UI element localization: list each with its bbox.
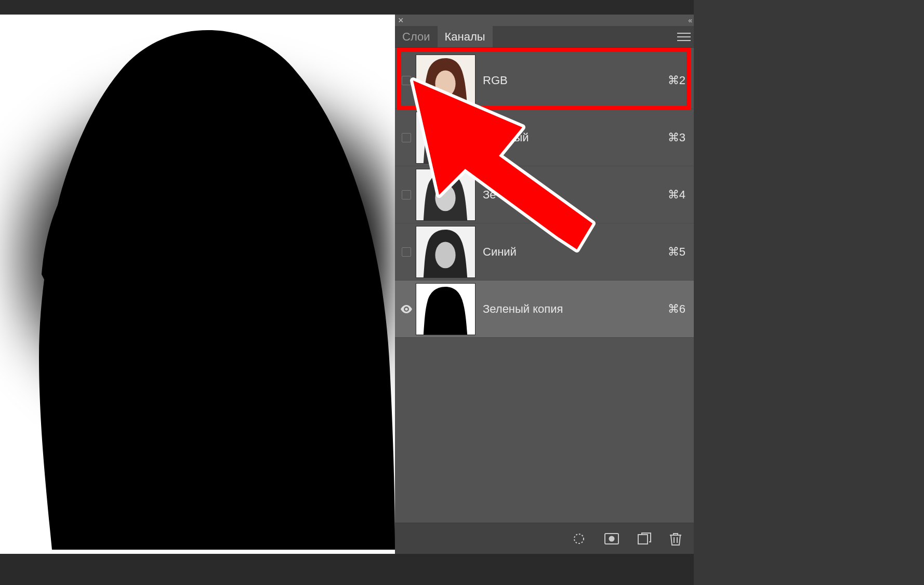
- channels-panel: × « Слои Каналы RGB: [395, 15, 694, 554]
- visibility-toggle[interactable]: [398, 305, 415, 313]
- trash-icon[interactable]: [670, 532, 681, 546]
- new-channel-icon[interactable]: [638, 533, 651, 545]
- tab-channels[interactable]: Каналы: [438, 26, 493, 47]
- svg-point-1: [435, 70, 455, 97]
- close-icon[interactable]: ×: [398, 16, 404, 25]
- channel-row-rgb[interactable]: RGB ⌘2: [395, 52, 694, 109]
- canvas-silhouette-image: [16, 25, 395, 550]
- svg-point-7: [435, 242, 455, 268]
- visibility-toggle[interactable]: [402, 76, 411, 85]
- channel-name: Красный: [483, 131, 668, 144]
- channel-row-red[interactable]: Красный ⌘3: [395, 109, 694, 166]
- load-selection-icon[interactable]: [572, 532, 586, 546]
- channel-name: Синий: [483, 245, 668, 259]
- panel-menu-icon[interactable]: [677, 32, 691, 42]
- panel-footer: [395, 523, 694, 554]
- eye-icon: [400, 305, 413, 313]
- right-dock-area: [694, 0, 924, 585]
- channel-thumbnail: [416, 55, 476, 107]
- channel-name: RGB: [483, 74, 668, 87]
- channel-shortcut: ⌘5: [668, 245, 685, 259]
- channel-row-green[interactable]: Зе ⌘4: [395, 166, 694, 223]
- panel-topbar: × «: [395, 15, 694, 26]
- collapse-icon[interactable]: «: [688, 16, 691, 24]
- channel-shortcut: ⌘2: [668, 74, 685, 87]
- channel-row-blue[interactable]: Синий ⌘5: [395, 223, 694, 281]
- svg-point-8: [405, 308, 407, 310]
- channel-thumbnail: [416, 283, 476, 335]
- panel-tabbar: Слои Каналы: [395, 26, 694, 48]
- svg-point-3: [435, 127, 455, 154]
- channel-name: Зе: [483, 188, 668, 202]
- svg-point-12: [609, 536, 615, 541]
- visibility-toggle[interactable]: [402, 133, 411, 142]
- channel-name: Зеленый копия: [483, 302, 668, 316]
- channel-thumbnail: [416, 169, 476, 221]
- tab-layers[interactable]: Слои: [395, 26, 438, 47]
- svg-rect-13: [638, 535, 648, 544]
- visibility-toggle[interactable]: [402, 247, 411, 257]
- visibility-toggle[interactable]: [402, 190, 411, 200]
- channels-list: RGB ⌘2 Красный ⌘3: [395, 48, 694, 338]
- channel-shortcut: ⌘3: [668, 131, 685, 144]
- channel-shortcut: ⌘6: [668, 302, 685, 316]
- svg-point-10: [574, 534, 584, 543]
- save-mask-icon[interactable]: [604, 533, 619, 544]
- channel-thumbnail: [416, 226, 476, 278]
- channel-row-green-copy[interactable]: Зеленый копия ⌘6: [395, 281, 694, 338]
- channel-shortcut: ⌘4: [668, 188, 685, 202]
- document-canvas[interactable]: [0, 15, 395, 554]
- svg-point-5: [435, 184, 455, 211]
- channel-thumbnail: [416, 112, 476, 164]
